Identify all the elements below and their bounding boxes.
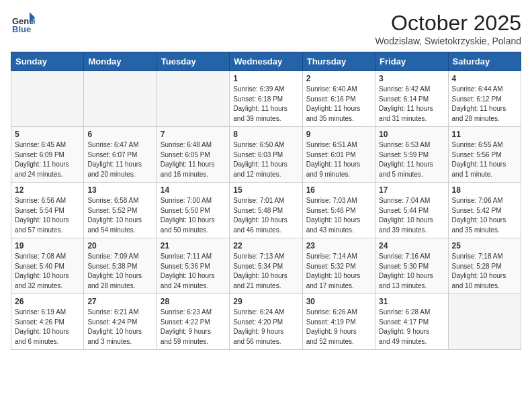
calendar-cell: 6Sunrise: 6:47 AM Sunset: 6:07 PM Daylig… xyxy=(84,127,157,183)
calendar-cell: 26Sunrise: 6:19 AM Sunset: 4:26 PM Dayli… xyxy=(11,294,84,350)
calendar-week-3: 12Sunrise: 6:56 AM Sunset: 5:54 PM Dayli… xyxy=(11,183,521,238)
day-number: 4 xyxy=(452,74,517,83)
day-number: 11 xyxy=(452,130,517,139)
day-number: 13 xyxy=(87,185,152,195)
day-info: Sunrise: 7:11 AM Sunset: 5:36 PM Dayligh… xyxy=(161,252,226,291)
calendar-cell: 3Sunrise: 6:42 AM Sunset: 6:14 PM Daylig… xyxy=(375,71,448,127)
day-number: 2 xyxy=(306,74,371,83)
day-info: Sunrise: 6:45 AM Sunset: 6:09 PM Dayligh… xyxy=(15,140,80,179)
day-info: Sunrise: 7:01 AM Sunset: 5:48 PM Dayligh… xyxy=(233,196,298,235)
calendar-cell: 18Sunrise: 7:06 AM Sunset: 5:42 PM Dayli… xyxy=(448,183,521,238)
calendar-week-2: 5Sunrise: 6:45 AM Sunset: 6:09 PM Daylig… xyxy=(11,127,521,183)
calendar-cell: 16Sunrise: 7:03 AM Sunset: 5:46 PM Dayli… xyxy=(302,183,375,238)
weekday-header-monday: Monday xyxy=(84,52,157,71)
weekday-header-wednesday: Wednesday xyxy=(230,52,302,71)
calendar-week-5: 26Sunrise: 6:19 AM Sunset: 4:26 PM Dayli… xyxy=(11,294,521,350)
calendar-cell: 25Sunrise: 7:18 AM Sunset: 5:28 PM Dayli… xyxy=(448,238,521,294)
day-info: Sunrise: 7:04 AM Sunset: 5:44 PM Dayligh… xyxy=(379,196,444,235)
calendar-cell xyxy=(157,71,229,127)
day-number: 25 xyxy=(452,241,517,250)
calendar-table: SundayMondayTuesdayWednesdayThursdayFrid… xyxy=(11,52,521,350)
day-number: 12 xyxy=(15,185,80,195)
calendar-cell: 31Sunrise: 6:28 AM Sunset: 4:17 PM Dayli… xyxy=(375,294,448,350)
calendar-cell: 23Sunrise: 7:14 AM Sunset: 5:32 PM Dayli… xyxy=(302,238,375,294)
day-number: 17 xyxy=(379,185,444,195)
day-info: Sunrise: 6:47 AM Sunset: 6:07 PM Dayligh… xyxy=(87,140,152,179)
calendar-cell: 14Sunrise: 7:00 AM Sunset: 5:50 PM Dayli… xyxy=(157,183,229,238)
calendar-cell: 28Sunrise: 6:23 AM Sunset: 4:22 PM Dayli… xyxy=(157,294,229,350)
day-number: 26 xyxy=(15,297,80,306)
calendar-cell: 20Sunrise: 7:09 AM Sunset: 5:38 PM Dayli… xyxy=(84,238,157,294)
calendar-cell: 17Sunrise: 7:04 AM Sunset: 5:44 PM Dayli… xyxy=(375,183,448,238)
day-info: Sunrise: 7:16 AM Sunset: 5:30 PM Dayligh… xyxy=(379,252,444,291)
calendar-cell: 8Sunrise: 6:50 AM Sunset: 6:03 PM Daylig… xyxy=(230,127,302,183)
day-info: Sunrise: 6:21 AM Sunset: 4:24 PM Dayligh… xyxy=(87,308,152,347)
calendar-cell: 27Sunrise: 6:21 AM Sunset: 4:24 PM Dayli… xyxy=(84,294,157,350)
title-area: October 2025 Wodzislaw, Swietokrzyskie, … xyxy=(375,11,521,46)
day-number: 18 xyxy=(452,185,517,195)
calendar-cell: 19Sunrise: 7:08 AM Sunset: 5:40 PM Dayli… xyxy=(11,238,84,294)
day-info: Sunrise: 6:48 AM Sunset: 6:05 PM Dayligh… xyxy=(161,140,226,179)
page-header: General Blue October 2025 Wodzislaw, Swi… xyxy=(11,11,521,46)
calendar-cell: 10Sunrise: 6:53 AM Sunset: 5:59 PM Dayli… xyxy=(375,127,448,183)
calendar-cell: 29Sunrise: 6:24 AM Sunset: 4:20 PM Dayli… xyxy=(230,294,302,350)
calendar-week-4: 19Sunrise: 7:08 AM Sunset: 5:40 PM Dayli… xyxy=(11,238,521,294)
day-number: 21 xyxy=(161,241,226,250)
day-info: Sunrise: 6:55 AM Sunset: 5:56 PM Dayligh… xyxy=(452,140,517,179)
logo: General Blue xyxy=(11,11,35,35)
calendar-cell: 21Sunrise: 7:11 AM Sunset: 5:36 PM Dayli… xyxy=(157,238,229,294)
day-number: 29 xyxy=(233,297,298,306)
day-number: 10 xyxy=(379,130,444,139)
day-number: 16 xyxy=(306,185,371,195)
svg-text:Blue: Blue xyxy=(12,24,31,34)
day-number: 7 xyxy=(161,130,226,139)
day-info: Sunrise: 6:28 AM Sunset: 4:17 PM Dayligh… xyxy=(379,308,444,347)
day-info: Sunrise: 6:50 AM Sunset: 6:03 PM Dayligh… xyxy=(233,140,298,179)
day-number: 22 xyxy=(233,241,298,250)
day-info: Sunrise: 6:19 AM Sunset: 4:26 PM Dayligh… xyxy=(15,308,80,347)
day-info: Sunrise: 7:13 AM Sunset: 5:34 PM Dayligh… xyxy=(233,252,298,291)
day-info: Sunrise: 6:39 AM Sunset: 6:18 PM Dayligh… xyxy=(233,85,298,124)
day-info: Sunrise: 6:24 AM Sunset: 4:20 PM Dayligh… xyxy=(233,308,298,347)
weekday-header-thursday: Thursday xyxy=(302,52,375,71)
day-number: 27 xyxy=(87,297,152,306)
day-info: Sunrise: 6:40 AM Sunset: 6:16 PM Dayligh… xyxy=(306,85,371,124)
calendar-cell xyxy=(448,294,521,350)
calendar-cell: 24Sunrise: 7:16 AM Sunset: 5:30 PM Dayli… xyxy=(375,238,448,294)
logo-icon: General Blue xyxy=(11,11,35,35)
calendar-cell: 2Sunrise: 6:40 AM Sunset: 6:16 PM Daylig… xyxy=(302,71,375,127)
calendar-cell xyxy=(84,71,157,127)
day-info: Sunrise: 6:53 AM Sunset: 5:59 PM Dayligh… xyxy=(379,140,444,179)
day-info: Sunrise: 6:58 AM Sunset: 5:52 PM Dayligh… xyxy=(87,196,152,235)
location: Wodzislaw, Swietokrzyskie, Poland xyxy=(375,36,521,46)
day-info: Sunrise: 6:42 AM Sunset: 6:14 PM Dayligh… xyxy=(379,85,444,124)
weekday-header-tuesday: Tuesday xyxy=(157,52,229,71)
day-info: Sunrise: 6:44 AM Sunset: 6:12 PM Dayligh… xyxy=(452,85,517,124)
weekday-header-sunday: Sunday xyxy=(11,52,84,71)
day-info: Sunrise: 7:08 AM Sunset: 5:40 PM Dayligh… xyxy=(15,252,80,291)
calendar-cell: 4Sunrise: 6:44 AM Sunset: 6:12 PM Daylig… xyxy=(448,71,521,127)
day-info: Sunrise: 6:26 AM Sunset: 4:19 PM Dayligh… xyxy=(306,308,371,347)
calendar-cell: 11Sunrise: 6:55 AM Sunset: 5:56 PM Dayli… xyxy=(448,127,521,183)
calendar-cell: 13Sunrise: 6:58 AM Sunset: 5:52 PM Dayli… xyxy=(84,183,157,238)
calendar-cell: 30Sunrise: 6:26 AM Sunset: 4:19 PM Dayli… xyxy=(302,294,375,350)
weekday-header-row: SundayMondayTuesdayWednesdayThursdayFrid… xyxy=(11,52,521,71)
day-number: 5 xyxy=(15,130,80,139)
weekday-header-friday: Friday xyxy=(375,52,448,71)
day-number: 15 xyxy=(233,185,298,195)
day-info: Sunrise: 6:56 AM Sunset: 5:54 PM Dayligh… xyxy=(15,196,80,235)
day-number: 30 xyxy=(306,297,371,306)
day-number: 1 xyxy=(233,74,298,83)
calendar-cell: 1Sunrise: 6:39 AM Sunset: 6:18 PM Daylig… xyxy=(230,71,302,127)
day-info: Sunrise: 7:18 AM Sunset: 5:28 PM Dayligh… xyxy=(452,252,517,291)
calendar-cell: 9Sunrise: 6:51 AM Sunset: 6:01 PM Daylig… xyxy=(302,127,375,183)
day-info: Sunrise: 7:09 AM Sunset: 5:38 PM Dayligh… xyxy=(87,252,152,291)
day-number: 19 xyxy=(15,241,80,250)
day-info: Sunrise: 7:06 AM Sunset: 5:42 PM Dayligh… xyxy=(452,196,517,235)
day-info: Sunrise: 6:23 AM Sunset: 4:22 PM Dayligh… xyxy=(161,308,226,347)
day-number: 14 xyxy=(161,185,226,195)
calendar-cell: 15Sunrise: 7:01 AM Sunset: 5:48 PM Dayli… xyxy=(230,183,302,238)
day-number: 24 xyxy=(379,241,444,250)
month-title: October 2025 xyxy=(375,11,521,36)
day-info: Sunrise: 6:51 AM Sunset: 6:01 PM Dayligh… xyxy=(306,140,371,179)
